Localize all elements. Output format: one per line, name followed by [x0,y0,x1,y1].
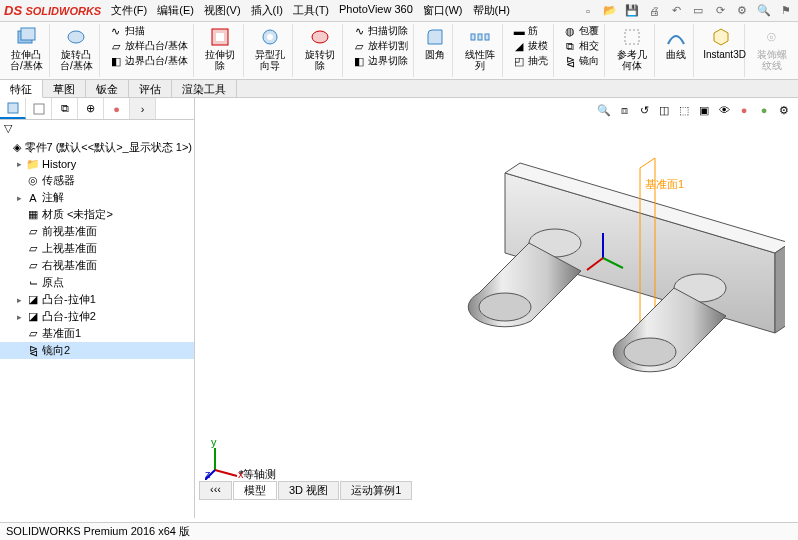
tree-material[interactable]: ▦材质 <未指定> [0,206,194,223]
tree-plane1[interactable]: ▱基准面1 [0,325,194,342]
tree-extrude2[interactable]: ▸◪凸台-拉伸2 [0,308,194,325]
main-menu: 文件(F) 编辑(E) 视图(V) 插入(I) 工具(T) PhotoView … [111,3,510,18]
refgeo-icon [620,25,644,49]
svg-line-23 [215,470,237,476]
menu-insert[interactable]: 插入(I) [251,3,283,18]
tree-history[interactable]: ▸📁History [0,156,194,172]
vtab-3dview[interactable]: 3D 视图 [278,481,339,500]
hide-show-icon[interactable]: 👁 [716,102,732,118]
menu-file[interactable]: 文件(F) [111,3,147,18]
loft-cut-button[interactable]: ▱放样切割 [350,39,410,53]
extrude-cut-button[interactable]: 拉伸切除 [201,24,240,72]
tree-annotations[interactable]: ▸A注解 [0,189,194,206]
curves-icon [664,25,688,49]
rib-icon: ▬ [512,24,526,38]
tree-sensors[interactable]: ◎传感器 [0,172,194,189]
fillet-button[interactable]: 圆角 [421,24,449,61]
svg-rect-8 [471,34,475,40]
tree-tab-config[interactable]: ⧉ [52,98,78,119]
menu-photoview[interactable]: PhotoView 360 [339,3,413,18]
revolve-boss-button[interactable]: 旋转凸台/基体 [57,24,96,72]
svg-rect-12 [8,103,18,113]
view-orientation-label: *等轴测 [239,467,276,482]
print-icon[interactable]: 🖨 [646,3,662,19]
new-icon[interactable]: ▫ [580,3,596,19]
tree-root[interactable]: ◈零件7 (默认<<默认>_显示状态 1>) [0,139,194,156]
tree-top-plane[interactable]: ▱上视基准面 [0,240,194,257]
instant3d-button[interactable]: Instant3D [701,24,741,61]
material-icon: ▦ [26,208,40,222]
tree-front-plane[interactable]: ▱前视基准面 [0,223,194,240]
draft-button[interactable]: ◢拔模 [510,39,550,53]
origin-icon: ⌙ [26,276,40,290]
tree-tab-dimxpert[interactable]: ⊕ [78,98,104,119]
tab-render[interactable]: 渲染工具 [172,80,237,97]
loft-button[interactable]: ▱放样凸台/基体 [107,39,190,53]
vtab-model[interactable]: 模型 [233,481,277,500]
ref-geometry-button[interactable]: 参考几何体 [612,24,651,72]
menu-view[interactable]: 视图(V) [204,3,241,18]
menu-tools[interactable]: 工具(T) [293,3,329,18]
viewport[interactable]: 🔍 ⧈ ↺ ◫ ⬚ ▣ 👁 ● ● ⚙ [195,98,798,518]
select-icon[interactable]: ▭ [690,3,706,19]
tree-tab-display[interactable]: ● [104,98,130,119]
tree-mirror2[interactable]: ⧎镜向2 [0,342,194,359]
menu-help[interactable]: 帮助(H) [473,3,510,18]
tree-extrude1[interactable]: ▸◪凸台-拉伸1 [0,291,194,308]
tree-right-plane[interactable]: ▱右视基准面 [0,257,194,274]
curves-button[interactable]: 曲线 [662,24,690,61]
tree-tab-property[interactable] [26,98,52,119]
viewport-tabs: ‹‹‹ 模型 3D 视图 运动算例1 [199,481,412,500]
mirror-button[interactable]: ⧎镜向 [561,54,601,68]
vtab-motion[interactable]: 运动算例1 [340,481,412,500]
shell-button[interactable]: ◰抽壳 [510,54,550,68]
vtab-sheet[interactable]: ‹‹‹ [199,481,232,500]
plane-icon: ▱ [26,259,40,273]
quick-access-toolbar: ▫ 📂 💾 🖨 ↶ ▭ ⟳ ⚙ 🔍 ⚑ [580,3,794,19]
tab-feature[interactable]: 特征 [0,80,43,98]
display-style-icon[interactable]: ▣ [696,102,712,118]
tree-origin[interactable]: ⌙原点 [0,274,194,291]
tab-sheetmetal[interactable]: 钣金 [86,80,129,97]
prev-view-icon[interactable]: ↺ [636,102,652,118]
menubar: DS SOLIDWORKS 文件(F) 编辑(E) 视图(V) 插入(I) 工具… [0,0,798,22]
scene-icon[interactable]: ● [756,102,772,118]
intersect-button[interactable]: ⧉相交 [561,39,601,53]
thread-button[interactable]: ⦾装饰螺纹线 [752,24,791,72]
zoom-fit-icon[interactable]: 🔍 [596,102,612,118]
tree-tab-flyout[interactable]: › [130,98,156,119]
open-icon[interactable]: 📂 [602,3,618,19]
tab-evaluate[interactable]: 评估 [129,80,172,97]
svg-point-7 [312,31,328,43]
options-icon[interactable]: ⚙ [734,3,750,19]
sweep-button[interactable]: ∿扫描 [107,24,190,38]
zoom-area-icon[interactable]: ⧈ [616,102,632,118]
section-view-icon[interactable]: ◫ [656,102,672,118]
menu-window[interactable]: 窗口(W) [423,3,463,18]
wrap-button[interactable]: ◍包覆 [561,24,601,38]
rib-button[interactable]: ▬筋 [510,24,550,38]
menu-edit[interactable]: 编辑(E) [157,3,194,18]
boundary-cut-icon: ◧ [352,54,366,68]
tree-filter[interactable]: ▽ [0,120,194,137]
view-settings-icon[interactable]: ⚙ [776,102,792,118]
rebuild-icon[interactable]: ⟳ [712,3,728,19]
appearance-icon[interactable]: ● [736,102,752,118]
save-icon[interactable]: 💾 [624,3,640,19]
hole-wizard-button[interactable]: 异型孔向导 [251,24,290,72]
tree-tab-feature[interactable] [0,98,26,119]
sweep-cut-button[interactable]: ∿扫描切除 [350,24,410,38]
tab-sketch[interactable]: 草图 [43,80,86,97]
fillet-icon [423,25,447,49]
search-icon[interactable]: 🔍 [756,3,772,19]
extrude-feature-icon: ◪ [26,293,40,307]
boundary-button[interactable]: ◧边界凸台/基体 [107,54,190,68]
plane-icon: ▱ [26,225,40,239]
linear-pattern-button[interactable]: 线性阵列 [460,24,499,72]
revolve-cut-button[interactable]: 旋转切除 [300,24,339,72]
undo-icon[interactable]: ↶ [668,3,684,19]
boundary-cut-button[interactable]: ◧边界切除 [350,54,410,68]
view-orient-icon[interactable]: ⬚ [676,102,692,118]
flag-icon[interactable]: ⚑ [778,3,794,19]
extrude-boss-button[interactable]: 拉伸凸台/基体 [7,24,46,72]
